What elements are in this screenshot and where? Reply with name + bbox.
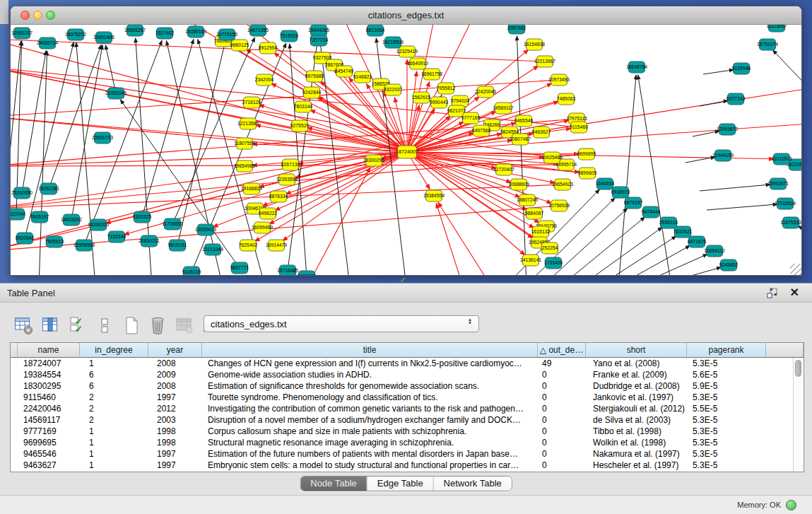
network-node[interactable]: 30691406 (93, 32, 114, 43)
network-node[interactable]: 9245652 (719, 259, 739, 271)
tab-node-table[interactable]: Node Table (300, 477, 367, 491)
cell-name[interactable]: 9465546 (18, 448, 80, 460)
cell-year[interactable]: 2012 (148, 403, 202, 414)
cell-short[interactable]: Franke et al. (2009) (586, 369, 687, 380)
network-edge[interactable] (638, 75, 671, 276)
tab-network-table[interactable]: Network Table (434, 477, 512, 491)
cell-short[interactable]: Stergiakouli et al. (2012) (586, 403, 687, 414)
table-row[interactable]: 911546021997Tourette syndrome. Phenomeno… (11, 392, 804, 403)
network-edge[interactable] (517, 36, 526, 276)
network-node[interactable]: 9115460 (570, 122, 588, 133)
network-node[interactable]: 8912954 (259, 42, 278, 54)
window-resize-grip[interactable] (790, 264, 801, 275)
network-node[interactable]: 9990443 (430, 97, 449, 108)
table-row[interactable]: 977716911998Corpus callosum shape and si… (11, 426, 804, 437)
cell-year[interactable]: 1997 (148, 392, 202, 403)
cell-in_degree[interactable]: 1 (80, 426, 148, 437)
network-node[interactable]: 10719155 (216, 29, 237, 40)
network-node[interactable]: 24055724 (37, 37, 58, 49)
cell-name[interactable]: 14569117 (18, 414, 80, 426)
cell-year[interactable]: 2008 (148, 358, 202, 369)
cell-year[interactable]: 1998 (148, 426, 202, 437)
network-node[interactable]: 14136141 (520, 255, 541, 266)
network-node[interactable]: 8471676 (688, 236, 707, 247)
network-node[interactable]: 19218506 (382, 37, 404, 48)
cell-pagerank[interactable]: 5.3E-5 (687, 426, 766, 437)
network-node[interactable]: 8938923 (611, 187, 630, 198)
cell-pagerank[interactable]: 5.3E-5 (687, 448, 766, 460)
cell-short[interactable]: Tibbo et al. (1998) (586, 426, 687, 437)
cell-in_degree[interactable]: 6 (80, 380, 148, 392)
cell-title[interactable]: Estimation of significance thresholds fo… (202, 380, 538, 392)
cell-year[interactable]: 1998 (148, 437, 202, 448)
cell-out_degree[interactable]: 0 (538, 426, 586, 437)
network-edge[interactable] (617, 245, 690, 276)
cell-short[interactable]: Hescheler et al. (1997) (586, 460, 687, 471)
cell-out_degree[interactable]: 0 (538, 448, 586, 460)
network-node[interactable]: 9660125 (230, 40, 249, 51)
cell-title[interactable]: Genome-wide association studies in ADHD. (202, 369, 538, 380)
network-edge[interactable] (654, 267, 721, 276)
network-node[interactable]: 12444159 (712, 150, 734, 161)
network-node[interactable]: 20531713 (92, 132, 113, 144)
network-canvas[interactable]: 1872400712325419166409101696175879558121… (11, 25, 802, 276)
cell-year[interactable]: 2009 (148, 369, 202, 380)
cell-title[interactable]: Investigating the contribution of common… (202, 403, 538, 414)
close-panel-icon[interactable]: ✕ (790, 286, 799, 299)
network-node[interactable]: 1640934 (596, 178, 615, 189)
network-node[interactable]: 16640910 (407, 58, 428, 69)
network-edge[interactable] (11, 152, 407, 166)
cell-in_degree[interactable]: 1 (80, 437, 148, 448)
network-node[interactable]: 252254 (542, 243, 558, 254)
table-selector[interactable]: citations_edges.txt ▲▼ (204, 315, 479, 332)
table-settings-icon[interactable] (14, 315, 33, 335)
table-row[interactable]: 969969511998Structural magnetic resonanc… (11, 437, 804, 448)
column-header-name[interactable]: name (18, 343, 80, 357)
cell-pagerank[interactable]: 5.5E-5 (687, 403, 766, 414)
network-node[interactable]: 9474444 (642, 206, 661, 218)
network-node[interactable]: 1733426 (544, 257, 563, 269)
network-node[interactable]: 6497568 (472, 125, 491, 136)
cell-name[interactable]: 18300295 (18, 380, 80, 392)
network-node[interactable]: 9322037 (384, 84, 403, 95)
network-node[interactable]: 9635533 (298, 271, 317, 276)
network-edge[interactable] (11, 152, 407, 209)
network-node[interactable]: 2087682 (507, 25, 526, 34)
network-node[interactable]: 7515526 (280, 30, 299, 42)
column-header-pagerank[interactable]: pagerank (687, 343, 766, 357)
cell-pagerank[interactable]: 5.3E-5 (687, 437, 766, 448)
network-node[interactable]: 2935114 (659, 217, 678, 228)
network-edge[interactable] (703, 70, 734, 74)
network-node[interactable]: 8267130 (281, 159, 300, 170)
network-node[interactable]: 20830211 (139, 235, 160, 247)
network-node[interactable]: 11011913 (771, 153, 792, 165)
cell-pagerank[interactable]: 5.6E-5 (687, 369, 766, 380)
cell-name[interactable]: 9115460 (18, 392, 80, 403)
network-node[interactable]: 16099489 (252, 222, 273, 233)
cell-in_degree[interactable]: 6 (80, 369, 148, 380)
network-edge[interactable] (172, 37, 255, 224)
cell-year[interactable]: 2003 (148, 414, 202, 426)
network-node[interactable]: 19282381 (38, 183, 59, 194)
cell-out_degree[interactable]: 0 (538, 403, 586, 414)
network-edge[interactable] (11, 39, 545, 62)
network-node[interactable]: 25260650 (11, 187, 33, 199)
network-node[interactable]: 18300295 (363, 155, 384, 166)
cell-out_degree[interactable]: 0 (538, 460, 586, 471)
network-node[interactable]: 7803144 (294, 101, 313, 112)
cell-name[interactable]: 9699695 (18, 437, 80, 448)
network-node[interactable]: 19384554 (423, 190, 445, 201)
cell-title[interactable]: Disruption of a novel member of a sodium… (202, 414, 538, 426)
float-window-icon[interactable] (767, 288, 778, 301)
network-node[interactable]: 15716485 (277, 265, 298, 276)
network-node[interactable]: 9899605 (578, 168, 597, 179)
network-node[interactable]: 9110044 (11, 209, 25, 220)
network-node[interactable]: 5975685 (305, 71, 324, 82)
cell-name[interactable]: 19384554 (18, 369, 80, 380)
cell-in_degree[interactable]: 2 (80, 414, 148, 426)
table-scrollbar[interactable] (793, 358, 804, 472)
network-node[interactable]: 10655257 (124, 25, 146, 36)
network-node[interactable]: 12213967 (534, 56, 555, 67)
network-node[interactable]: 9129946 (732, 63, 751, 74)
network-node[interactable]: 15908968 (73, 240, 95, 251)
